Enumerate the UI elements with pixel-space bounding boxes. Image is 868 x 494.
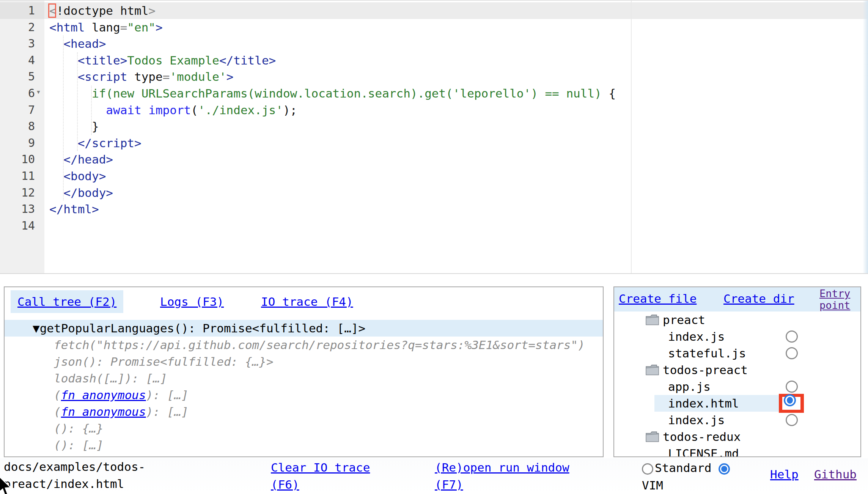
create-file-button[interactable]: Create file — [619, 292, 697, 305]
active-line-highlight — [44, 2, 868, 19]
file-row-todos-redux[interactable]: todos-redux — [614, 428, 860, 445]
folder-icon — [645, 431, 659, 442]
call-tree-row-selected[interactable]: ▼getPopularLanguages(): Promise<fulfille… — [5, 320, 603, 337]
fn-anonymous-link[interactable]: fn anonymous — [61, 388, 146, 402]
file-tree-panel: Create file Create dir Entry point preac… — [613, 286, 861, 457]
folder-name: preact — [663, 312, 705, 328]
gutter-line-number: 4 — [0, 52, 35, 69]
file-row-index.js[interactable]: index.js — [614, 328, 860, 345]
gutter-line-number: 8 — [0, 118, 35, 135]
tab-logs-link[interactable]: Logs (F3) — [160, 295, 224, 308]
call-tree-row[interactable]: (fn anonymous): […] — [5, 403, 603, 420]
file-row-preact[interactable]: preact — [614, 312, 860, 328]
keyboard-mode-radios: Standard VIM — [642, 459, 739, 494]
editor-scrollbar[interactable] — [863, 1, 868, 273]
entry-point-radio[interactable] — [786, 414, 798, 426]
code-line[interactable]: if(new URLSearchParams(window.location.s… — [49, 85, 616, 102]
entry-point-radio[interactable] — [786, 330, 798, 343]
clear-io-trace-button[interactable]: Clear IO trace (F6) — [271, 459, 385, 493]
call-tree-row[interactable]: json(): Promise<fulfilled: {…}> — [5, 353, 603, 370]
code-line[interactable]: <body> — [49, 168, 106, 184]
gutter-line-number: 13 — [0, 201, 35, 217]
mode-radio-vim[interactable] — [719, 463, 730, 475]
file-name: LICENSE.md — [668, 445, 739, 457]
entry-point-label[interactable]: Entry point — [819, 288, 857, 311]
gutter-line-number: 12 — [0, 184, 35, 201]
gutter-line-number: 11 — [0, 168, 35, 184]
help-link[interactable]: Help — [770, 467, 799, 481]
folder-icon — [645, 364, 659, 376]
code-line[interactable]: </head> — [49, 151, 113, 168]
call-tree-row[interactable]: (fn anonymous): […] — [5, 387, 603, 403]
code-line[interactable]: <html lang="en"> — [49, 19, 163, 36]
code-line[interactable]: <!doctype html> — [49, 2, 156, 19]
gutter-line-number: 1 — [0, 2, 44, 19]
code-line[interactable]: <head> — [49, 35, 106, 52]
gutter-line-number: 5 — [0, 68, 35, 85]
code-editor[interactable]: 123456▾7891011121314 <!doctype html><htm… — [0, 0, 868, 274]
gutter-line-number: 7 — [0, 102, 35, 118]
gutter-line-number: 14 — [0, 217, 35, 234]
file-name: stateful.js — [668, 345, 746, 362]
gutter-line-number: 6 — [0, 85, 35, 102]
file-tree-header: Create file Create dir Entry point — [614, 287, 860, 312]
status-bar: docs/examples/todos-preact/index.html Cl… — [0, 458, 868, 494]
file-row-todos-preact[interactable]: todos-preact — [614, 362, 860, 378]
gutter-line-number: 10 — [0, 151, 35, 168]
code-line[interactable]: </html> — [49, 201, 99, 217]
mode-radio-standard[interactable] — [642, 463, 653, 475]
code-line[interactable]: <script type='module'> — [49, 68, 233, 85]
fn-anonymous-link[interactable]: fn anonymous — [61, 405, 146, 418]
file-name: app.js — [668, 378, 711, 395]
reopen-run-window-button[interactable]: (Re)open run window (F7) — [435, 459, 594, 493]
fold-toggle-icon[interactable]: ▾ — [36, 87, 41, 96]
create-dir-button[interactable]: Create dir — [723, 292, 794, 305]
code-line[interactable]: <title>Todos Example</title> — [49, 52, 276, 69]
vim-block-cursor — [48, 3, 56, 18]
call-tree-row[interactable]: (fn anonymous): […] — [5, 453, 603, 456]
gutter-line-number: 2 — [0, 19, 35, 36]
code-line[interactable]: </script> — [49, 135, 142, 151]
current-file-path: docs/examples/todos-preact/index.html — [4, 458, 149, 492]
file-name: index.js — [668, 412, 725, 428]
tab-io-trace[interactable]: IO trace (F4) — [261, 295, 353, 308]
fn-anonymous-link[interactable]: fn anonymous — [61, 455, 146, 456]
entry-point-marker-box — [779, 394, 804, 413]
file-name: index.js — [668, 328, 725, 345]
gutter-line-number: 9 — [0, 135, 35, 151]
code-line[interactable]: } — [49, 118, 99, 135]
code-line[interactable]: </body> — [49, 184, 113, 201]
file-row-index.js[interactable]: index.js — [614, 412, 860, 428]
file-row-LICENSE.md[interactable]: LICENSE.md — [614, 445, 860, 457]
folder-icon — [645, 314, 659, 326]
file-row-index.html[interactable]: index.html — [614, 395, 860, 412]
mode-label-vim: VIM — [642, 478, 663, 492]
call-tree-row[interactable]: fetch("https://api.github.com/search/rep… — [5, 337, 603, 353]
tab-call-tree-link[interactable]: Call tree (F2) — [17, 295, 116, 308]
call-tree: ▼getPopularLanguages(): Promise<fulfille… — [5, 320, 603, 456]
entry-point-radio[interactable] — [784, 394, 796, 406]
tab-call-tree[interactable]: Call tree (F2) — [11, 290, 123, 313]
mode-option-standard[interactable]: Standard — [642, 459, 711, 477]
file-name: index.html — [668, 395, 739, 412]
code-line[interactable]: await import('./index.js'); — [49, 102, 297, 118]
call-tree-row[interactable]: (): {…} — [5, 420, 603, 437]
file-row-stateful.js[interactable]: stateful.js — [614, 345, 860, 362]
call-tree-row[interactable]: (): […] — [5, 437, 603, 453]
gutter-line-number: 3 — [0, 35, 35, 52]
folder-name: todos-preact — [663, 362, 748, 378]
tab-io-trace-link[interactable]: IO trace (F4) — [261, 295, 353, 308]
call-tree-panel: Call tree (F2) Logs (F3) IO trace (F4) ▼… — [4, 286, 604, 457]
editor-gutter: 123456▾7891011121314 — [0, 1, 44, 273]
print-margin — [631, 1, 632, 273]
entry-point-radio[interactable] — [786, 381, 798, 393]
file-row-app.js[interactable]: app.js — [614, 378, 860, 395]
folder-name: todos-redux — [663, 428, 741, 445]
entry-point-radio[interactable] — [786, 347, 798, 359]
call-tree-row[interactable]: lodash([…]): […] — [5, 370, 603, 387]
mouse-pointer — [0, 476, 14, 494]
file-tree: preactindex.jsstateful.jstodos-preactapp… — [614, 312, 860, 456]
github-link[interactable]: Github — [814, 467, 857, 481]
tab-logs[interactable]: Logs (F3) — [160, 295, 224, 308]
leporello-app: 123456▾7891011121314 <!doctype html><htm… — [0, 0, 868, 494]
